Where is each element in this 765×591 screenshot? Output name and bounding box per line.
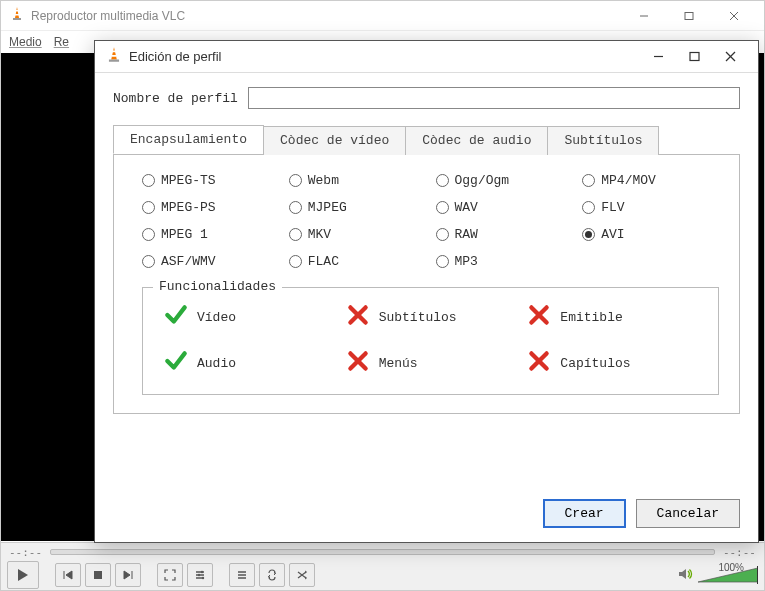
radio-dot-icon: [289, 255, 302, 268]
play-button[interactable]: [7, 561, 39, 589]
main-titlebar: Reproductor multimedia VLC: [1, 1, 764, 31]
fullscreen-button[interactable]: [157, 563, 183, 587]
dialog-titlebar: Edición de perfil: [95, 41, 758, 73]
cross-icon: [526, 302, 552, 332]
tab-subtitles[interactable]: Subtítulos: [547, 126, 659, 155]
next-button[interactable]: [115, 563, 141, 587]
radio-label: Webm: [308, 173, 339, 188]
dialog-maximize-button[interactable]: [676, 44, 712, 70]
svg-rect-5: [94, 571, 102, 579]
radio-flv[interactable]: FLV: [582, 200, 719, 215]
radio-webm[interactable]: Webm: [289, 173, 426, 188]
features-fieldset: Funcionalidades VídeoSubtítulosEmitibleA…: [142, 287, 719, 395]
feature-audio: Audio: [163, 348, 335, 378]
radio-dot-icon: [289, 174, 302, 187]
tab-encapsulation[interactable]: Encapsulamiento: [113, 125, 264, 154]
svg-rect-12: [690, 53, 699, 61]
shuffle-button[interactable]: [289, 563, 315, 587]
radio-ogg-ogm[interactable]: Ogg/Ogm: [436, 173, 573, 188]
feature-label: Menús: [379, 356, 418, 371]
loop-button[interactable]: [259, 563, 285, 587]
radio-mpeg-1[interactable]: MPEG 1: [142, 227, 279, 242]
tab-video-codec[interactable]: Còdec de vídeo: [263, 126, 406, 155]
radio-mpeg-ps[interactable]: MPEG-PS: [142, 200, 279, 215]
radio-label: FLV: [601, 200, 624, 215]
svg-rect-2: [685, 12, 693, 19]
seek-bar[interactable]: [50, 549, 715, 555]
main-minimize-button[interactable]: [621, 2, 666, 30]
playlist-button[interactable]: [229, 563, 255, 587]
dialog-title: Edición de perfil: [129, 49, 640, 64]
dialog-close-button[interactable]: [712, 44, 748, 70]
radio-label: RAW: [455, 227, 478, 242]
vlc-cone-icon: [9, 6, 25, 25]
radio-label: MJPEG: [308, 200, 347, 215]
feature-label: Vídeo: [197, 310, 236, 325]
create-button[interactable]: Crear: [543, 499, 626, 528]
cross-icon: [345, 348, 371, 378]
feature-label: Capítulos: [560, 356, 630, 371]
radio-avi[interactable]: AVI: [582, 227, 719, 242]
vlc-cone-icon: [105, 46, 123, 67]
radio-mkv[interactable]: MKV: [289, 227, 426, 242]
menu-re[interactable]: Re: [54, 35, 69, 49]
feature-label: Subtítulos: [379, 310, 457, 325]
profile-name-label: Nombre de perfil: [113, 91, 238, 106]
check-icon: [163, 302, 189, 332]
radio-label: AVI: [601, 227, 624, 242]
radio-label: MP3: [455, 254, 478, 269]
ext-settings-button[interactable]: [187, 563, 213, 587]
radio-mp4-mov[interactable]: MP4/MOV: [582, 173, 719, 188]
main-maximize-button[interactable]: [666, 2, 711, 30]
radio-dot-icon: [436, 255, 449, 268]
tab-panel-encapsulation: MPEG-TSWebmOgg/OgmMP4/MOVMPEG-PSMJPEGWAV…: [113, 155, 740, 414]
radio-dot-icon: [436, 174, 449, 187]
cross-icon: [345, 302, 371, 332]
svg-point-7: [198, 574, 200, 576]
radio-asf-wmv[interactable]: ASF/WMV: [142, 254, 279, 269]
radio-dot-icon: [582, 228, 595, 241]
dialog-minimize-button[interactable]: [640, 44, 676, 70]
feature-v-deo: Vídeo: [163, 302, 335, 332]
svg-rect-10: [109, 60, 119, 62]
tab-audio-codec[interactable]: Còdec de audio: [405, 126, 548, 155]
radio-label: ASF/WMV: [161, 254, 216, 269]
cross-icon: [526, 348, 552, 378]
radio-mjpeg[interactable]: MJPEG: [289, 200, 426, 215]
radio-mp3[interactable]: MP3: [436, 254, 573, 269]
prev-button[interactable]: [55, 563, 81, 587]
radio-dot-icon: [436, 201, 449, 214]
radio-label: MPEG-TS: [161, 173, 216, 188]
svg-point-8: [202, 577, 204, 579]
radio-dot-icon: [582, 174, 595, 187]
radio-dot-icon: [289, 228, 302, 241]
svg-rect-0: [13, 18, 21, 20]
stop-button[interactable]: [85, 563, 111, 587]
menu-medio[interactable]: Medio: [9, 35, 42, 49]
radio-dot-icon: [142, 174, 155, 187]
radio-dot-icon: [142, 201, 155, 214]
main-title: Reproductor multimedia VLC: [31, 9, 621, 23]
svg-point-6: [201, 571, 203, 573]
radio-flac[interactable]: FLAC: [289, 254, 426, 269]
volume-slider[interactable]: [698, 566, 758, 584]
radio-mpeg-ts[interactable]: MPEG-TS: [142, 173, 279, 188]
feature-men-s: Menús: [345, 348, 517, 378]
main-close-button[interactable]: [711, 2, 756, 30]
profile-name-input[interactable]: [248, 87, 740, 109]
feature-emitible: Emitible: [526, 302, 698, 332]
radio-wav[interactable]: WAV: [436, 200, 573, 215]
radio-dot-icon: [142, 255, 155, 268]
speaker-icon[interactable]: [678, 567, 694, 583]
feature-cap-tulos: Capítulos: [526, 348, 698, 378]
feature-label: Emitible: [560, 310, 622, 325]
bottom-controls: --:-- --:-- 100%: [1, 542, 764, 590]
feature-subt-tulos: Subtítulos: [345, 302, 517, 332]
cancel-button[interactable]: Cancelar: [636, 499, 740, 528]
radio-dot-icon: [582, 201, 595, 214]
features-legend: Funcionalidades: [153, 279, 282, 294]
time-elapsed: --:--: [9, 546, 42, 559]
radio-dot-icon: [436, 228, 449, 241]
radio-dot-icon: [289, 201, 302, 214]
radio-raw[interactable]: RAW: [436, 227, 573, 242]
